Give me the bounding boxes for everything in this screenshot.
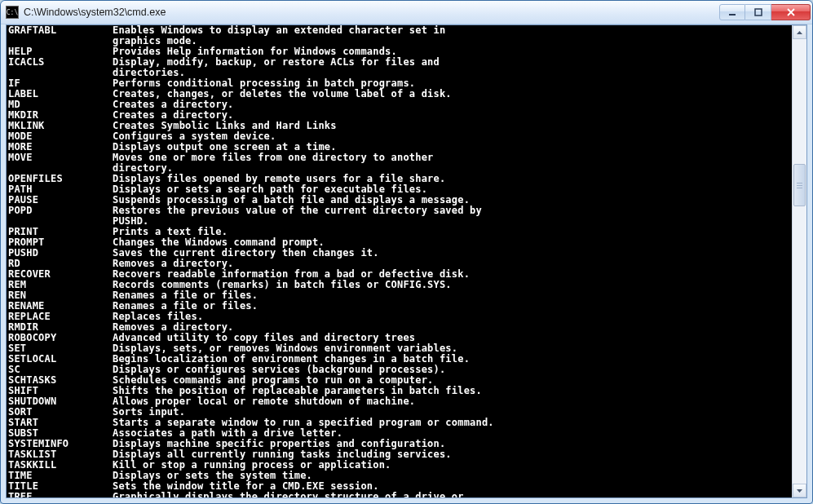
- command-description: Advanced utility to copy files and direc…: [113, 332, 415, 343]
- command-name: SETLOCAL: [8, 354, 113, 365]
- command-description: Creates a directory.: [113, 109, 234, 121]
- command-description: Configures a system device.: [113, 130, 276, 142]
- command-description: directories.: [113, 67, 185, 78]
- command-description: Displays output one screen at a time.: [113, 141, 337, 153]
- maximize-button[interactable]: [745, 4, 771, 20]
- help-line: TREEGraphically displays the directory s…: [8, 492, 790, 497]
- window-controls: [719, 4, 811, 20]
- command-description: Displays all currently running tasks inc…: [113, 449, 452, 460]
- command-description: directory.: [113, 162, 173, 174]
- command-name: ICACLS: [8, 57, 113, 68]
- command-description: Removes a directory.: [113, 321, 234, 333]
- command-description: Creates Symbolic Links and Hard Links: [113, 120, 337, 131]
- command-name: LABEL: [8, 89, 113, 99]
- window-title: C:\Windows\system32\cmd.exe: [24, 7, 719, 18]
- svg-rect-0: [729, 14, 736, 15]
- command-description: Sorts input.: [113, 406, 185, 418]
- console-output[interactable]: GRAFTABLEnables Windows to display an ex…: [7, 25, 792, 497]
- command-description: Renames a file or files.: [113, 290, 258, 301]
- command-description: Displays machine specific properties and…: [113, 438, 445, 449]
- command-description: Changes the Windows command prompt.: [113, 237, 325, 248]
- command-description: Restores the previous value of the curre…: [113, 205, 482, 216]
- command-description: Display, modify, backup, or restore ACLs…: [113, 56, 440, 68]
- command-name: POPD: [8, 206, 113, 216]
- command-name: GRAFTABL: [8, 25, 113, 36]
- command-description: Replaces files.: [113, 311, 203, 322]
- command-description: Renames a file or files.: [113, 300, 258, 312]
- scroll-up-button[interactable]: [793, 25, 806, 39]
- command-description: Displays or configures services (backgro…: [113, 364, 445, 375]
- close-button[interactable]: [771, 4, 811, 20]
- command-description: Moves one or more files from one directo…: [113, 152, 434, 163]
- cmd-icon: C:\: [6, 6, 19, 19]
- command-description: Removes a directory.: [113, 258, 234, 269]
- minimize-button[interactable]: [719, 4, 745, 20]
- command-description: Prints a text file.: [113, 226, 228, 237]
- command-description: Records comments (remarks) in batch file…: [113, 279, 452, 290]
- command-description: Associates a path with a drive letter.: [113, 427, 342, 439]
- vertical-scrollbar[interactable]: [792, 25, 806, 497]
- command-description: Schedules commands and programs to run o…: [113, 374, 434, 386]
- command-name: PUSHD: [8, 248, 113, 259]
- client-area: GRAFTABLEnables Windows to display an ex…: [6, 24, 807, 498]
- command-description: Displays or sets the system time.: [113, 470, 312, 481]
- command-description: graphics mode.: [113, 35, 197, 46]
- command-description: PUSHD.: [113, 215, 149, 227]
- command-description: Displays files opened by remote users fo…: [113, 173, 445, 184]
- scroll-thumb[interactable]: [793, 164, 806, 206]
- command-description: Sets the window title for a CMD.EXE sess…: [113, 480, 379, 492]
- command-description: Displays, sets, or removes Windows envir…: [113, 343, 457, 354]
- command-description: Saves the current directory then changes…: [113, 247, 379, 259]
- svg-rect-1: [755, 9, 762, 15]
- titlebar[interactable]: C:\ C:\Windows\system32\cmd.exe: [1, 1, 812, 24]
- scroll-track[interactable]: [793, 39, 806, 484]
- command-description: Kill or stop a running process or applic…: [113, 459, 391, 471]
- command-name: TREE: [8, 492, 113, 497]
- command-description: Allows proper local or remote shutdown o…: [113, 396, 415, 407]
- command-description: Starts a separate window to run a specif…: [113, 417, 494, 428]
- command-description: Suspends processing of a batch file and …: [113, 194, 470, 206]
- command-description: Recovers readable information from a bad…: [113, 268, 470, 280]
- command-description: Creates, changes, or deletes the volume …: [113, 88, 452, 99]
- command-description: Creates a directory.: [113, 99, 234, 110]
- cmd-window: C:\ C:\Windows\system32\cmd.exe GRAFTABL…: [0, 0, 813, 504]
- command-name: MOVE: [8, 153, 113, 163]
- command-description: Displays or sets a search path for execu…: [113, 183, 427, 195]
- scroll-down-button[interactable]: [793, 484, 806, 497]
- command-description: Begins localization of environment chang…: [113, 353, 470, 365]
- command-description: Performs conditional processing in batch…: [113, 77, 415, 89]
- command-description: Shifts the position of replaceable param…: [113, 385, 482, 396]
- command-description: Provides Help information for Windows co…: [113, 46, 397, 57]
- command-description: Graphically displays the directory struc…: [113, 491, 464, 497]
